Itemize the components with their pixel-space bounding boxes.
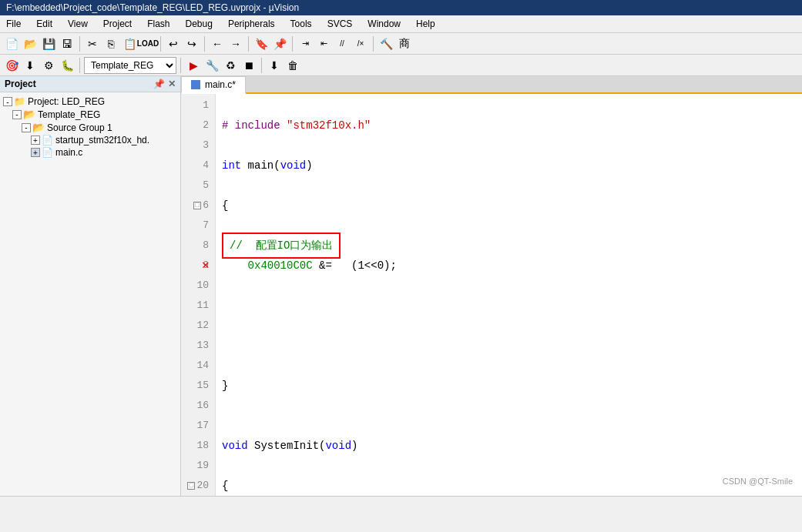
toolbar1: 📄 📂 💾 🖫 ✂ ⎘ 📋 LOAD ↩ ↪ ← → 🔖 📌 ⇥ ⇤ // /×… [0,33,802,55]
uncomment-btn[interactable]: /× [352,35,369,52]
expand-project[interactable]: - [3,97,12,106]
new-btn[interactable]: 📄 [3,35,20,52]
load-btn[interactable]: LOAD [139,35,156,52]
menu-item-flash[interactable]: Flash [144,17,173,31]
file-startup-icon: 📄 [42,135,53,146]
tree-item-startup[interactable]: + 📄 startup_stm32f10x_hd. [3,134,177,146]
watermark-text: CSDN @QT-Smile [723,477,793,486]
menu-item-edit[interactable]: Edit [33,17,55,31]
expand-source[interactable]: - [22,123,31,132]
comment-btn[interactable]: // [334,35,351,52]
tree-label-mainc: main.c [55,147,82,158]
code-line-20: { [222,476,796,496]
open2-btn[interactable]: 商 [396,35,413,52]
sep4 [248,36,249,52]
ln-16: 16 [181,396,209,416]
hex-addr: 0x40010C0C [222,256,319,276]
tab-mainc[interactable]: main.c* [181,76,246,94]
undo-btn[interactable]: ↩ [165,35,182,52]
folder-source-icon: 📂 [32,122,45,133]
load2-btn[interactable]: ⬇ [22,57,39,74]
ln-15: 15 [181,376,209,396]
build-btn[interactable]: 🔨 [378,35,394,52]
fwd-btn[interactable]: → [227,35,244,52]
settings2-btn[interactable]: ⚙ [40,57,57,74]
code-line-1 [222,95,796,115]
menu-item-debug[interactable]: Debug [183,17,216,31]
copy-btn[interactable]: ⎘ [102,35,119,52]
cut-btn[interactable]: ✂ [84,35,101,52]
watermark: CSDN @QT-Smile [723,471,793,491]
tree-label-template: Template_REG [38,109,100,120]
code-line-3 [222,136,796,156]
bookmark-btn[interactable]: 🔖 [253,35,270,52]
status-bar [0,496,802,510]
code-line-8: // 配置IO口为输出 [222,236,796,256]
build3-btn[interactable]: 🔧 [203,57,220,74]
run-btn[interactable]: ▶ [185,57,202,74]
indent-btn[interactable]: ⇥ [297,35,314,52]
pin-icon[interactable]: 📌 [153,79,165,89]
menu-item-help[interactable]: Help [413,17,438,31]
save-all-btn[interactable]: 🖫 [59,35,76,52]
erase-btn[interactable]: 🗑 [284,57,301,74]
close-panel-icon[interactable]: ✕ [168,79,176,89]
code-content[interactable]: # include "stm32f10x.h" int main( void ) [216,94,802,496]
code-line-6: { [222,196,796,216]
title-bar: F:\embedded\Project_code\Template_REG\LE… [0,0,802,15]
rebuild-btn[interactable]: ♻ [222,57,239,74]
code-line-16 [222,396,796,416]
void-kw1: void [280,156,307,176]
menu-item-tools[interactable]: Tools [287,17,315,31]
expand-template[interactable]: - [12,110,22,119]
paste-btn[interactable]: 📋 [121,35,138,52]
back-btn[interactable]: ← [209,35,226,52]
download-btn[interactable]: ⬇ [266,57,283,74]
close-brace1: } [222,376,228,396]
project-panel: Project 📌 ✕ - 📁 Project: LED_REG - 📂 Tem… [0,76,181,496]
project-tree: - 📁 Project: LED_REG - 📂 Template_REG - … [0,92,180,496]
menu-item-file[interactable]: File [3,17,24,31]
stop-btn[interactable]: ⏹ [240,57,257,74]
tree-item-template[interactable]: - 📂 Template_REG [3,108,177,121]
bookmark2-btn[interactable]: 📌 [271,35,288,52]
ln-5: 5 [181,176,209,196]
tree-item-source[interactable]: - 📂 Source Group 1 [3,121,177,134]
expand-mainc[interactable]: + [31,148,40,157]
tree-item-mainc[interactable]: + 📄 main.c [3,146,177,159]
save-btn[interactable]: 💾 [40,35,57,52]
open-brace2: { [222,476,228,496]
main-fn: main( [248,156,280,176]
open-btn[interactable]: 📂 [22,35,39,52]
code-editor[interactable]: 1 2 3 4 5 □6 7 8 9 10 11 12 13 14 15 16 … [181,94,802,496]
comment-box: // 配置IO口为输出 [222,233,341,259]
code-line-17 [222,416,796,436]
redo-btn[interactable]: ↪ [183,35,200,52]
sep9 [261,58,262,73]
tree-item-project[interactable]: - 📁 Project: LED_REG [3,95,177,108]
expand6[interactable]: □ [193,202,201,209]
menu-item-project[interactable]: Project [100,17,135,31]
code-line-12 [222,316,796,336]
ln-2: 2 [181,115,209,136]
menu-item-svcs[interactable]: SVCS [324,17,356,31]
ln-17: 17 [181,416,209,436]
target-dropdown[interactable]: Template_REG [84,57,176,74]
target-btn[interactable]: 🎯 [3,57,20,74]
debug2-btn[interactable]: 🐛 [59,57,76,74]
close-paren1: ) [306,156,312,176]
project-icon: 📁 [14,96,25,107]
menu-item-peripherals[interactable]: Peripherals [225,17,278,31]
code-line-2: # include "stm32f10x.h" [222,115,796,136]
sep6 [373,36,374,52]
and-eq: &= (1<<0); [319,256,397,276]
line-numbers: 1 2 3 4 5 □6 7 8 9 10 11 12 13 14 15 16 … [181,94,216,496]
code-line-14 [222,356,796,376]
menu-item-view[interactable]: View [65,17,91,31]
expand-startup[interactable]: + [31,136,40,145]
menu-item-window[interactable]: Window [364,17,404,31]
outdent-btn[interactable]: ⇤ [315,35,332,52]
ln-11: 11 [181,296,209,316]
expand20[interactable]: □ [187,482,195,490]
ln-1: 1 [181,95,209,115]
